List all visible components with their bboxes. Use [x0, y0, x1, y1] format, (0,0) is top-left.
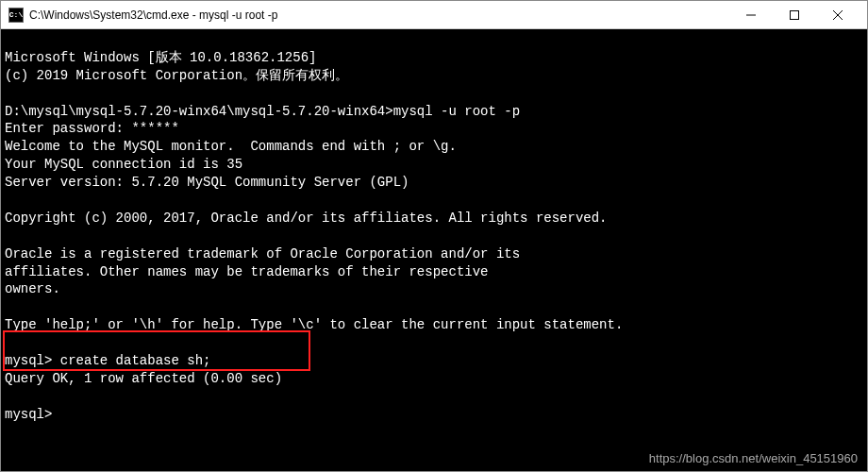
terminal-line: Server version: 5.7.20 MySQL Community S…: [5, 175, 409, 190]
terminal-line: D:\mysql\mysql-5.7.20-winx64\mysql-5.7.2…: [5, 104, 520, 119]
cmd-icon: C:\: [8, 8, 24, 23]
terminal-line: Query OK, 1 row affected (0.00 sec): [5, 371, 282, 386]
terminal-line: Microsoft Windows [版本 10.0.18362.1256]: [5, 50, 316, 65]
terminal-area[interactable]: Microsoft Windows [版本 10.0.18362.1256] (…: [1, 29, 867, 471]
window-title: C:\Windows\System32\cmd.exe - mysql -u r…: [29, 8, 729, 22]
terminal-line: Your MySQL connection id is 35: [5, 157, 242, 172]
window-titlebar: C:\ C:\Windows\System32\cmd.exe - mysql …: [1, 1, 867, 29]
terminal-line: affiliates. Other names may be trademark…: [5, 264, 488, 279]
minimize-button[interactable]: [729, 1, 773, 29]
svg-rect-1: [791, 10, 799, 19]
terminal-line: Copyright (c) 2000, 2017, Oracle and/or …: [5, 211, 608, 226]
terminal-line: Enter password: ******: [5, 121, 179, 136]
terminal-line: Oracle is a registered trademark of Orac…: [5, 246, 520, 261]
terminal-line: Welcome to the MySQL monitor. Commands e…: [5, 139, 457, 154]
maximize-button[interactable]: [773, 1, 816, 29]
watermark-text: https://blog.csdn.net/weixin_45151960: [649, 451, 858, 465]
terminal-line: (c) 2019 Microsoft Corporation。保留所有权利。: [5, 68, 348, 83]
terminal-line: owners.: [5, 281, 60, 296]
window-controls: [729, 1, 860, 29]
terminal-line: mysql>: [5, 407, 52, 422]
terminal-line: Type 'help;' or '\h' for help. Type '\c'…: [5, 317, 623, 332]
terminal-line: mysql> create database sh;: [5, 353, 210, 368]
close-button[interactable]: [816, 1, 860, 29]
